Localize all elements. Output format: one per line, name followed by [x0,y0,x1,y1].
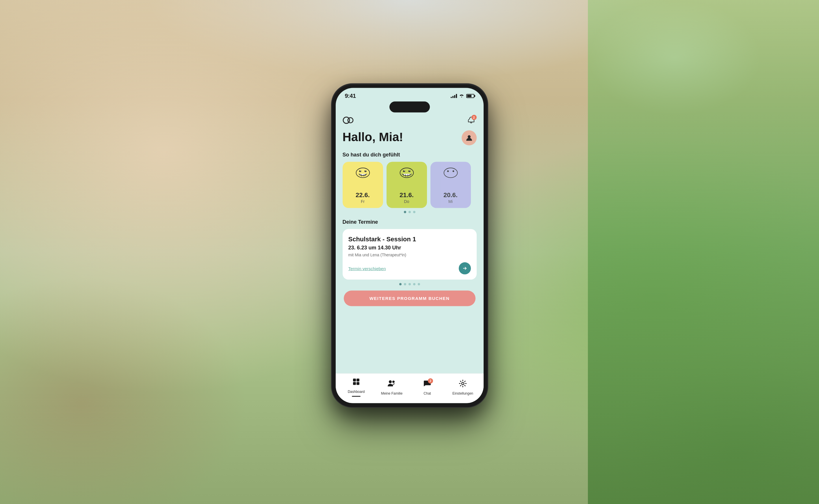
svg-point-12 [400,168,413,178]
mood-face-2 [399,167,415,179]
svg-point-15 [404,171,405,171]
nav-item-settings[interactable]: Einstellungen [451,379,474,395]
chat-badge: 2 [428,378,433,383]
book-program-label: WEITERES PROGRAMM BUCHEN [370,296,450,301]
status-icons [451,94,474,98]
book-program-button[interactable]: WEITERES PROGRAMM BUCHEN [344,291,475,306]
mood-date-1: 22.6. Fr [356,191,370,204]
dot-3[interactable] [413,211,415,213]
mood-face-1 [355,167,371,179]
nav-item-family[interactable]: Meine Familie [380,379,403,395]
phone-screen: 9:41 [336,88,484,403]
nav-item-chat[interactable]: 2 Chat [416,379,439,395]
appointment-footer: Termin verschieben [348,262,471,275]
mood-card-3[interactable]: 20.6. Mi [430,162,471,208]
dashboard-label: Dashboard [348,390,365,394]
status-bar: 9:41 [336,88,484,102]
mood-date-3: 20.6. Mi [443,191,458,204]
avatar[interactable] [462,130,477,145]
mood-date-2: 21.6. Do [400,191,414,204]
appt-dot-4[interactable] [413,283,415,285]
svg-point-30 [462,382,464,384]
mood-face-3 [443,167,459,179]
nav-item-dashboard[interactable]: Dashboard [345,378,368,397]
svg-rect-24 [353,379,356,382]
phone-frame: 9:41 [332,84,488,407]
mood-card-1[interactable]: 22.6. Fr [343,162,383,208]
settings-icon [459,379,467,389]
app-logo[interactable] [343,115,354,126]
wifi-icon [459,94,464,98]
svg-point-22 [447,170,449,172]
svg-point-16 [409,171,410,171]
svg-point-6 [360,171,361,171]
appointments-title: Deine Termine [343,219,477,225]
svg-point-2 [468,135,471,138]
svg-rect-27 [357,382,359,385]
greeting-text: Hallo, Mia! [343,130,403,144]
family-label: Meine Familie [381,391,403,395]
svg-point-13 [403,170,405,172]
svg-point-4 [359,170,361,172]
signal-icon [451,94,457,98]
chat-icon: 2 [423,379,431,389]
svg-point-14 [408,170,410,172]
notification-badge: 2 [471,115,477,120]
status-time: 9:41 [345,93,356,99]
svg-point-3 [356,168,370,178]
dashboard-icon [352,378,360,388]
right-green-background [588,0,819,504]
mood-dots [343,211,477,213]
appointment-card-1: Schulstark - Session 1 23. 6.23 um 14.30… [343,229,477,280]
svg-point-29 [392,380,395,383]
header-row: 2 [343,115,477,126]
appt-dot-3[interactable] [408,283,411,285]
svg-point-23 [452,170,454,172]
greeting-section: Hallo, Mia! [343,130,477,145]
mood-card-2[interactable]: 21.6. Do [387,162,427,208]
appt-dot-2[interactable] [404,283,406,285]
svg-point-28 [389,380,392,383]
svg-point-1 [348,118,353,123]
notification-bell[interactable]: 2 [466,115,477,126]
settings-label: Einstellungen [452,391,473,395]
chat-label: Chat [423,391,431,395]
mood-section-title: So hast du dich gefühlt [343,152,477,158]
appt-dot-1[interactable] [399,283,402,285]
svg-point-21 [444,168,457,178]
appointment-title: Schulstark - Session 1 [348,236,471,243]
appointment-dots [343,283,477,285]
arrow-icon [462,266,467,271]
avatar-icon [465,134,473,142]
battery-icon [466,94,474,98]
appointment-date: 23. 6.23 um 14.30 Uhr [348,245,471,251]
appointment-people: mit Mia und Lena (Therapeut*in) [348,253,471,257]
phone-mockup: 9:41 [332,84,488,407]
reschedule-link[interactable]: Termin verschieben [348,266,386,271]
svg-point-7 [365,171,366,171]
appt-dot-5[interactable] [418,283,420,285]
appointment-arrow-button[interactable] [459,262,471,275]
family-icon [387,379,396,389]
dot-1[interactable] [404,211,406,213]
dot-2[interactable] [408,211,411,213]
logo-svg [343,116,354,125]
scroll-content[interactable]: 2 Hallo, Mia! So hast du dich gefühlt [336,115,484,374]
svg-rect-26 [353,382,356,385]
bottom-navigation: Dashboard Meine Familie [336,374,484,403]
dynamic-island [389,102,430,113]
svg-rect-25 [357,379,359,382]
svg-point-5 [364,170,366,172]
active-indicator [352,396,361,397]
mood-cards-row: 22.6. Fr [343,162,477,208]
